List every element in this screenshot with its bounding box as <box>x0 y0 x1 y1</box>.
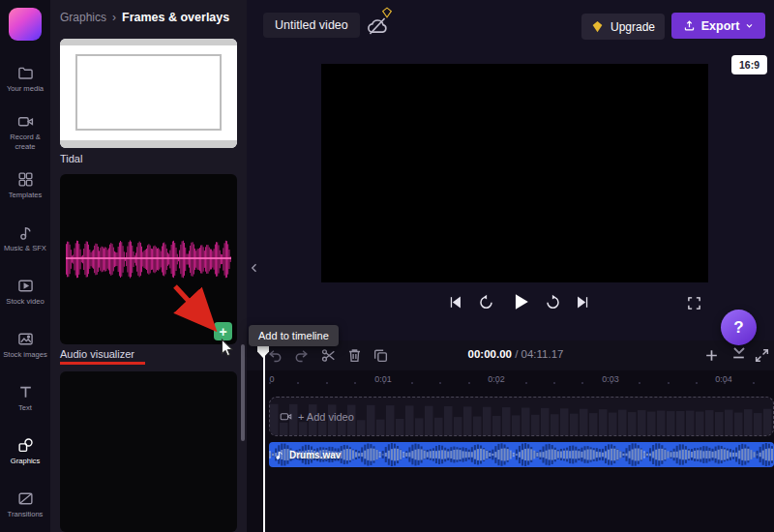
undo-button[interactable] <box>267 347 283 364</box>
premium-diamond-icon <box>381 7 393 18</box>
sidebar-item-stock-video[interactable]: Stock video <box>0 265 50 318</box>
time-separator: / <box>515 348 518 360</box>
app-logo[interactable] <box>9 8 42 41</box>
skip-to-start-button[interactable] <box>447 294 463 310</box>
diamond-icon <box>591 20 604 33</box>
sidebar-item-label: Transitions <box>6 510 45 518</box>
ruler-tick: 0 <box>269 374 274 384</box>
add-video-icon <box>280 410 292 423</box>
video-preview[interactable] <box>321 64 708 282</box>
breadcrumb-current: Frames & overlays <box>122 11 229 24</box>
annotation-underline <box>60 362 145 365</box>
sidebar-item-label: Templates <box>7 191 45 199</box>
aspect-ratio-badge[interactable]: 16:9 <box>731 55 767 74</box>
text-icon <box>17 384 34 400</box>
chevron-left-icon <box>249 262 260 274</box>
audio-waveform-highlight <box>269 443 774 466</box>
upgrade-button[interactable]: Upgrade <box>581 14 665 40</box>
sidebar-item-label: Your media <box>5 84 45 93</box>
sidebar-item-templates[interactable]: Templates <box>0 159 50 212</box>
mouse-cursor <box>220 339 235 358</box>
sidebar-item-record-create[interactable]: Record & create <box>0 105 50 159</box>
asset-card-label: Tidal <box>60 153 82 164</box>
ruler-tick: 0:04 <box>715 374 732 384</box>
sidebar-item-stock-images[interactable]: Stock images <box>0 318 50 371</box>
timeline-timecode: 00:00.00 / 04:11.17 <box>416 348 615 360</box>
sidebar-item-label: Text <box>16 403 34 412</box>
ruler-tick: 0:01 <box>374 374 392 384</box>
sidebar-item-label: Record & create <box>0 133 50 150</box>
audio-visualizer-core-line <box>66 257 231 259</box>
zoom-fit-button[interactable] <box>754 347 770 364</box>
audio-clip-meta: Drums.wav <box>275 442 341 467</box>
play-button[interactable] <box>510 291 531 312</box>
chevron-down-icon <box>745 21 754 30</box>
export-label: Export <box>701 19 740 33</box>
breadcrumb: Graphics › Frames & overlays <box>60 11 229 24</box>
help-button[interactable]: ? <box>721 310 757 345</box>
autosave-off-icon[interactable] <box>367 15 388 37</box>
sidebar-item-graphics[interactable]: Graphics <box>0 425 50 478</box>
export-upload-icon <box>683 19 696 32</box>
sidebar-item-text[interactable]: Text <box>0 371 50 425</box>
sidebar-item-transitions[interactable]: Transitions <box>0 478 50 531</box>
frame-preview-strip <box>60 39 237 45</box>
zoom-in-button[interactable] <box>703 347 720 364</box>
split-scissors-button[interactable] <box>320 347 337 364</box>
transitions-icon <box>17 490 34 507</box>
duplicate-button[interactable] <box>372 347 389 364</box>
music-note-icon <box>275 450 284 460</box>
sidebar-item-your-media[interactable]: Your media <box>0 52 50 105</box>
audio-clip-name: Drums.wav <box>289 450 341 460</box>
ruler-tick: 0:02 <box>488 374 505 384</box>
shapes-icon <box>17 437 34 454</box>
jump-forward-button[interactable] <box>545 294 561 310</box>
sidebar-item-label: Stock images <box>1 350 49 359</box>
export-button[interactable]: Export <box>671 13 765 39</box>
add-video-text: + Add video <box>298 411 354 423</box>
sidebar-nav: Your media Record & create Templates Mus… <box>0 52 50 531</box>
video-editor-app: Your media Record & create Templates Mus… <box>0 0 774 532</box>
camera-icon <box>17 113 34 130</box>
help-collapse-chevron[interactable] <box>731 346 747 358</box>
asset-card-label: Audio visualizer <box>60 348 134 360</box>
annotation-arrow <box>163 277 232 342</box>
jump-back-button[interactable] <box>478 294 494 310</box>
video-track-placeholder[interactable]: + Add video <box>269 397 774 436</box>
audio-visualizer-preview <box>66 237 231 281</box>
sidebar-item-music-sfx[interactable]: Music & SFX <box>0 212 50 265</box>
ruler-minor-ticks <box>269 382 764 384</box>
sidebar-item-label: Music & SFX <box>2 244 48 252</box>
audio-clip-drums[interactable]: Drums.wav <box>269 442 774 467</box>
delete-button[interactable] <box>346 347 363 364</box>
ruler-tick: 0:03 <box>602 374 619 384</box>
project-title-input[interactable]: Untitled video <box>263 13 360 38</box>
breadcrumb-parent[interactable]: Graphics <box>60 11 106 24</box>
frame-preview-strip <box>60 140 237 148</box>
sidebar-item-label: Stock video <box>4 297 45 306</box>
add-video-label-row: + Add video <box>280 398 354 435</box>
folder-icon <box>17 65 34 81</box>
stock-image-icon <box>17 331 34 347</box>
music-note-icon <box>17 224 34 241</box>
upgrade-label: Upgrade <box>610 20 655 34</box>
total-time: 04:11.17 <box>521 348 564 360</box>
sidebar-item-label: Graphics <box>9 457 42 465</box>
current-time: 00:00.00 <box>468 348 512 360</box>
skip-to-end-button[interactable] <box>575 294 591 310</box>
fullscreen-icon[interactable] <box>687 296 701 310</box>
panel-scrollbar[interactable] <box>241 344 245 441</box>
frame-preview-inner <box>75 54 222 131</box>
asset-card-tidal[interactable] <box>60 39 237 148</box>
asset-card-next[interactable] <box>60 371 237 532</box>
redo-button[interactable] <box>293 347 310 364</box>
collapse-panel-button[interactable] <box>247 253 261 282</box>
stock-video-icon <box>17 278 34 294</box>
templates-grid-icon <box>17 171 34 188</box>
breadcrumb-separator: › <box>112 11 116 24</box>
tooltip: Add to timeline <box>249 325 339 346</box>
playhead-line <box>263 340 265 532</box>
